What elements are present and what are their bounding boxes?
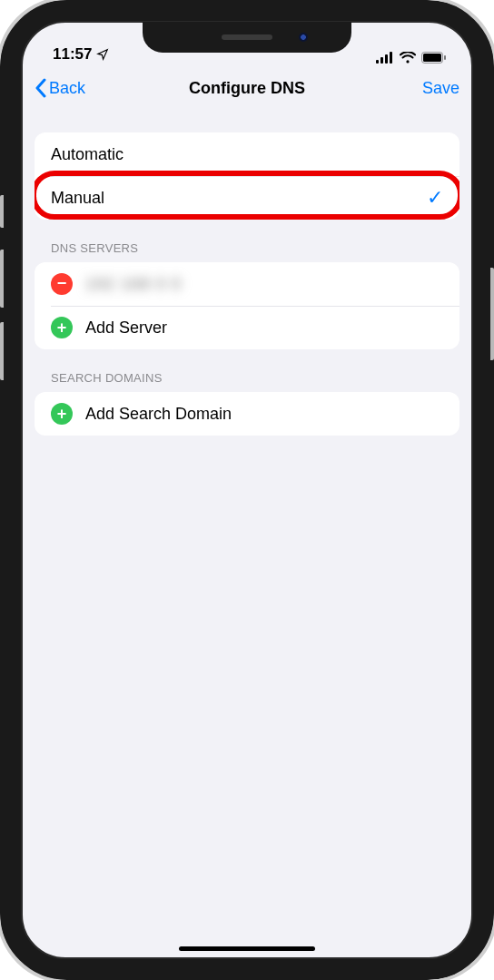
add-server-button[interactable]: + Add Server — [35, 306, 459, 349]
dns-mode-automatic[interactable]: Automatic — [35, 132, 459, 176]
dns-server-value: 192 168 0 0 — [85, 275, 443, 294]
svg-rect-2 — [385, 54, 388, 64]
section-header-search-domains: SEARCH DOMAINS — [35, 349, 459, 392]
svg-rect-1 — [380, 57, 383, 64]
wifi-icon — [400, 52, 416, 64]
front-camera — [299, 33, 308, 42]
status-right — [376, 52, 447, 64]
device-silent-switch — [0, 195, 4, 228]
dns-mode-manual[interactable]: Manual ✓ — [35, 176, 459, 220]
screen: 11:57 — [22, 22, 472, 958]
device-notch — [143, 22, 351, 53]
add-icon: + — [51, 403, 73, 425]
location-arrow-icon — [96, 48, 109, 61]
chevron-left-icon — [35, 78, 47, 98]
back-button[interactable]: Back — [35, 78, 107, 98]
remove-icon[interactable]: − — [51, 273, 73, 295]
battery-icon — [421, 52, 447, 64]
svg-rect-3 — [390, 52, 392, 64]
option-label: Manual — [51, 189, 427, 208]
device-volume-up — [0, 250, 4, 308]
status-time: 11:57 — [53, 45, 92, 64]
option-label: Automatic — [51, 145, 443, 164]
back-label: Back — [49, 79, 85, 98]
dns-mode-group: Automatic Manual ✓ — [35, 132, 459, 220]
svg-rect-0 — [376, 60, 379, 64]
dns-servers-group: − 192 168 0 0 + Add Server — [35, 262, 459, 349]
content: Automatic Manual ✓ DNS SERVERS − 192 168… — [22, 111, 472, 958]
svg-rect-5 — [423, 54, 441, 62]
add-search-domain-button[interactable]: + Add Search Domain — [35, 392, 459, 436]
add-search-domain-label: Add Search Domain — [85, 405, 443, 424]
add-icon: + — [51, 317, 73, 338]
add-server-label: Add Server — [85, 318, 443, 338]
speaker-grille — [222, 34, 272, 40]
save-button[interactable]: Save — [387, 79, 459, 98]
cellular-signal-icon — [376, 52, 394, 64]
device-side-button — [490, 268, 494, 360]
checkmark-icon: ✓ — [427, 186, 443, 210]
page-title: Configure DNS — [107, 79, 387, 98]
search-domains-group: + Add Search Domain — [35, 392, 459, 436]
status-left: 11:57 — [53, 45, 109, 64]
dns-server-row[interactable]: − 192 168 0 0 — [35, 262, 459, 306]
svg-rect-6 — [444, 55, 446, 60]
home-indicator[interactable] — [179, 946, 315, 951]
section-header-dns-servers: DNS SERVERS — [35, 220, 459, 262]
nav-bar: Back Configure DNS Save — [22, 65, 472, 111]
device-volume-down — [0, 322, 4, 380]
